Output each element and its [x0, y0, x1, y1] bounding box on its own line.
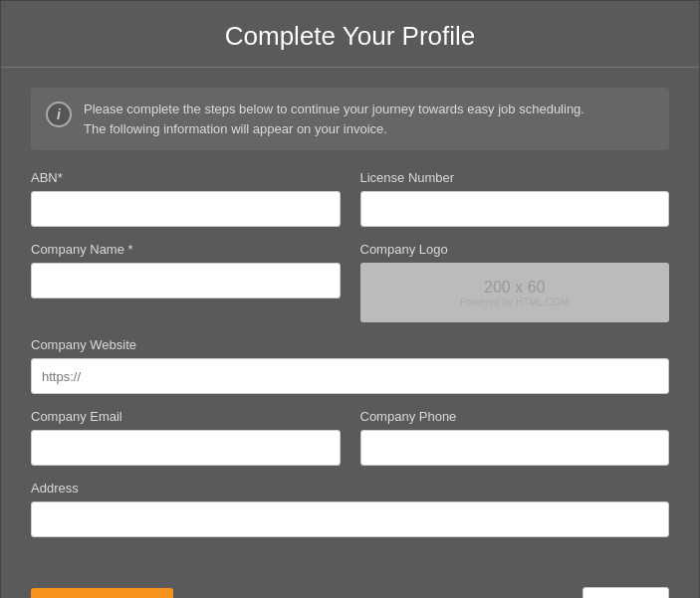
company-phone-group: Company Phone	[360, 409, 670, 466]
license-label: License Number	[360, 170, 670, 185]
logo-powered-text: Powered by HTML.COM	[460, 297, 569, 307]
modal-header: Complete Your Profile	[1, 1, 699, 68]
company-website-row: Company Website	[31, 337, 669, 394]
company-email-input[interactable]	[31, 430, 341, 466]
info-message-line2: The following information will appear on…	[84, 121, 387, 136]
abn-license-row: ABN* License Number	[31, 170, 669, 227]
abn-label: ABN*	[31, 170, 341, 185]
company-logo-group: Company Logo 200 x 60 Powered by HTML.CO…	[360, 242, 670, 322]
modal-footer: SKIP FOR NOW NEXT	[1, 572, 699, 598]
company-email-label: Company Email	[31, 409, 341, 424]
company-name-input[interactable]	[31, 263, 341, 299]
skip-button[interactable]: SKIP FOR NOW	[31, 588, 173, 598]
company-name-label: Company Name *	[31, 242, 341, 257]
logo-size-text: 200 x 60	[484, 279, 545, 297]
company-name-logo-row: Company Name * Company Logo 200 x 60 Pow…	[31, 242, 669, 322]
address-group: Address	[31, 481, 669, 537]
company-logo-label: Company Logo	[360, 242, 670, 257]
company-name-group: Company Name *	[31, 242, 341, 322]
email-phone-row: Company Email Company Phone	[31, 409, 669, 466]
company-phone-label: Company Phone	[360, 409, 670, 424]
company-phone-input[interactable]	[360, 430, 670, 466]
info-banner: i Please complete the steps below to con…	[31, 88, 669, 150]
modal-body: i Please complete the steps below to con…	[1, 68, 699, 572]
company-website-input[interactable]	[31, 358, 669, 394]
company-website-label: Company Website	[31, 337, 669, 352]
license-input[interactable]	[360, 191, 670, 227]
profile-modal: Complete Your Profile i Please complete …	[0, 0, 700, 598]
address-input[interactable]	[31, 501, 669, 537]
info-text: Please complete the steps below to conti…	[84, 100, 584, 138]
company-website-group: Company Website	[31, 337, 669, 394]
company-email-group: Company Email	[31, 409, 341, 466]
page-title: Complete Your Profile	[1, 21, 699, 52]
abn-group: ABN*	[31, 170, 341, 227]
abn-input[interactable]	[31, 191, 341, 227]
next-button[interactable]: NEXT	[583, 587, 669, 598]
license-group: License Number	[360, 170, 670, 227]
address-row: Address	[31, 481, 669, 537]
company-logo-placeholder[interactable]: 200 x 60 Powered by HTML.COM	[360, 263, 670, 322]
info-message-line1: Please complete the steps below to conti…	[84, 101, 584, 116]
info-icon: i	[46, 101, 72, 127]
address-label: Address	[31, 481, 669, 496]
